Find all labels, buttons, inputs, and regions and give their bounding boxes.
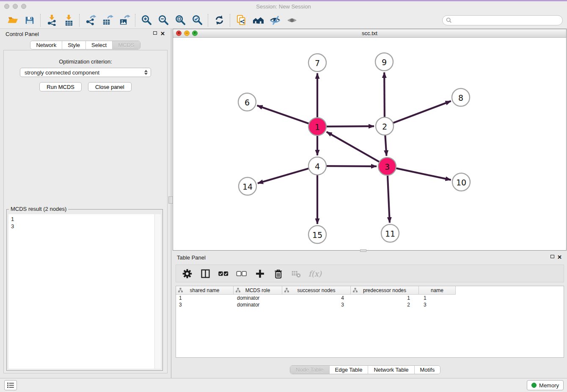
graph-node-label: 10 [456,178,466,187]
graph-node-label: 1 [315,122,320,132]
control-panel: Control Panel ✕ Network Style Select MCD… [0,29,171,378]
column-header-mcds-role[interactable]: MCDS role [234,286,282,295]
memory-button[interactable]: Memory [527,380,564,390]
tab-motifs[interactable]: Motifs [415,366,440,374]
deselect-all-rows-button[interactable] [236,267,248,280]
cell-predecessor-nodes[interactable]: 2 [351,302,419,308]
export-network-button[interactable] [82,13,99,28]
table-panel-title: Table Panel [177,254,206,261]
cell-shared-name[interactable]: 3 [176,302,234,308]
cell-mcds-role[interactable]: dominator [234,302,282,308]
main-area: Control Panel ✕ Network Style Select MCD… [0,29,567,378]
delete-columns-button[interactable] [272,267,284,280]
zoom-out-button[interactable] [155,13,172,28]
import-network-button[interactable] [43,13,60,28]
plus-icon [255,268,265,279]
horizontal-splitter-handle[interactable] [360,249,366,252]
cell-successor-nodes[interactable]: 3 [282,302,351,308]
export-image-button[interactable] [116,13,133,28]
tab-style[interactable]: Style [62,41,86,49]
tab-select[interactable]: Select [86,41,113,49]
clone-network-button[interactable] [233,13,250,28]
float-panel-icon[interactable] [153,31,157,35]
cell-shared-name[interactable]: 1 [176,295,234,301]
table-settings-button[interactable] [181,267,193,280]
trash-icon [273,268,284,279]
table-row[interactable]: 3 dominator 3 2 3 [176,301,564,308]
tab-node-table[interactable]: Node Table [290,366,330,374]
column-header-successor-nodes[interactable]: successor nodes [282,286,351,295]
graph-node-label: 14 [242,182,253,191]
import-network-icon [46,14,58,26]
select-all-rows-button[interactable] [217,267,229,280]
float-table-panel-icon[interactable] [550,255,554,258]
search-field[interactable] [442,15,563,25]
mcds-panel: Optimization criterion: strongly connect… [3,50,168,373]
zoom-fit-icon [175,14,186,26]
graph-edge-1-6[interactable] [257,105,317,126]
optimization-criterion-select[interactable]: strongly connected component [20,68,151,77]
close-panel-button[interactable]: Close panel [88,82,132,91]
add-column-button[interactable] [254,267,266,280]
edge-layer [257,72,451,224]
memory-status-icon [531,383,537,388]
selected-criterion: strongly connected component [25,69,143,76]
task-history-button[interactable] [4,380,17,390]
network-window-titlebar: ✕ − + scc.txt [173,29,566,38]
refresh-view-button[interactable] [211,13,228,28]
graph-edge-3-1[interactable] [327,132,387,166]
zoom-selected-icon [192,14,203,26]
network-canvas[interactable]: 7968124314101511 [173,38,566,250]
graph-node-label: 7 [315,58,320,68]
table-panel-tabs: Node Table Edge Table Network Table Moti… [290,365,440,374]
graph-node-label: 6 [245,98,250,107]
network-graph: 7968124314101511 [173,38,566,251]
tab-mcds[interactable]: MCDS [113,41,140,49]
deselect-all-icon [236,268,247,279]
graph-edge-4-14[interactable] [258,166,317,183]
save-session-button[interactable] [21,13,38,28]
cell-successor-nodes[interactable]: 4 [282,295,351,301]
zoom-selected-button[interactable] [189,13,206,28]
result-scrollbar[interactable] [154,214,161,369]
delete-table-button [290,267,302,280]
zoom-in-button[interactable] [138,13,155,28]
cell-name[interactable]: 1 [419,295,456,301]
network-view-window: ✕ − + scc.txt 7968124314101511 [173,29,567,251]
cell-name[interactable]: 3 [419,302,456,308]
tab-network[interactable]: Network [30,41,62,49]
search-input[interactable] [454,17,562,24]
graph-edge-4-3[interactable] [318,166,377,166]
tab-edge-table[interactable]: Edge Table [330,366,369,374]
toolbar-separator [135,14,136,27]
dropdown-stepper-icon [143,70,149,75]
graph-node-label: 4 [315,162,320,171]
export-table-button[interactable] [99,13,116,28]
graph-edge-2-8[interactable] [385,101,451,126]
mcds-result-list[interactable]: 1 3 [8,214,161,369]
tab-network-table[interactable]: Network Table [368,366,414,374]
cell-predecessor-nodes[interactable]: 1 [351,295,419,301]
graph-edge-3-10[interactable] [388,166,451,179]
zoom-fit-button[interactable] [172,13,189,28]
columns-icon [200,268,211,279]
cell-mcds-role[interactable]: dominator [234,295,282,301]
open-file-button[interactable] [4,13,21,28]
tree-icon [236,288,240,293]
run-mcds-button[interactable]: Run MCDS [39,82,82,91]
hide-panels-button[interactable] [267,13,284,28]
mcds-result-title: MCDS result (2 nodes) [9,206,68,212]
close-panel-icon[interactable]: ✕ [160,31,165,36]
table-row[interactable]: 1 dominator 4 1 1 [176,295,564,301]
toggle-columns-button[interactable] [199,267,211,280]
reset-view-button[interactable] [250,13,267,28]
status-bar: Memory [0,378,567,392]
graph-node-label: 8 [458,93,463,102]
column-header-name[interactable]: name [419,286,456,295]
close-table-panel-icon[interactable]: ✕ [557,255,562,260]
zoom-out-icon [158,14,169,26]
search-icon [446,17,452,23]
import-table-button[interactable] [60,13,77,28]
column-header-shared-name[interactable]: shared name [176,286,234,295]
column-header-predecessor-nodes[interactable]: predecessor nodes [351,286,419,295]
